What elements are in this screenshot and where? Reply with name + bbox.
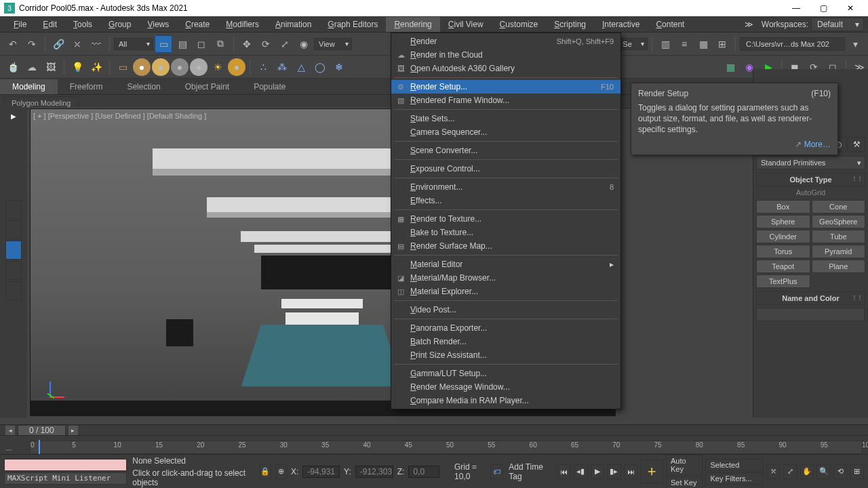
menu-content[interactable]: Content bbox=[648, 17, 692, 32]
lock-icon[interactable]: 🔒 bbox=[260, 464, 271, 479]
menu-item-state-sets[interactable]: State Sets... bbox=[391, 112, 620, 125]
menu-graph-editors[interactable]: Graph Editors bbox=[319, 17, 386, 32]
z-field[interactable]: 0,0 bbox=[408, 466, 439, 478]
gallery-icon[interactable]: 🖼 bbox=[42, 58, 60, 76]
add-time-tag[interactable]: Add Time Tag bbox=[509, 462, 551, 481]
primitive-textplus[interactable]: TextPlus bbox=[756, 274, 810, 288]
next-frame-icon[interactable]: ▮▸ bbox=[607, 464, 621, 479]
move-icon[interactable]: ✥ bbox=[238, 35, 256, 53]
menu-item-render-setup[interactable]: ⚙Render Setup...F10 bbox=[391, 80, 620, 94]
maximize-button[interactable]: ▢ bbox=[810, 0, 837, 16]
workspaces-dropdown[interactable]: Default bbox=[811, 18, 864, 31]
menu-scripting[interactable]: Scripting bbox=[546, 17, 594, 32]
bind-icon[interactable]: 〰 bbox=[87, 35, 105, 53]
ribbon-tab-modeling[interactable]: Modeling bbox=[0, 79, 58, 94]
time-slider[interactable]: 0 / 100 bbox=[18, 425, 66, 436]
ribbon-tab-freeform[interactable]: Freeform bbox=[58, 79, 115, 94]
redo-icon[interactable]: ↷ bbox=[23, 35, 41, 53]
slot-4[interactable] bbox=[5, 261, 22, 280]
menu-modifiers[interactable]: Modifiers bbox=[218, 17, 267, 32]
menu-item-batch-render[interactable]: Batch Render... bbox=[391, 335, 620, 348]
render-setup-icon[interactable]: ▦ bbox=[722, 58, 739, 76]
select-object-icon[interactable]: ▭ bbox=[155, 35, 172, 53]
y-field[interactable]: -912,303 bbox=[355, 466, 393, 478]
menu-item-render-in-the-cloud[interactable]: ☁Render in the Cloud bbox=[391, 48, 620, 62]
key-filters-button[interactable]: Key Filters... bbox=[705, 472, 764, 485]
menu-rendering[interactable]: Rendering bbox=[386, 17, 439, 32]
timetag-icon[interactable]: 🏷 bbox=[490, 464, 503, 479]
menu-item-material-map-browser[interactable]: ◪Material/Map Browser... bbox=[391, 271, 620, 285]
light1-icon[interactable]: 💡 bbox=[68, 58, 86, 76]
menu-file[interactable]: File bbox=[5, 17, 35, 32]
menu-edit[interactable]: Edit bbox=[35, 17, 65, 32]
rect-select-icon[interactable]: ◻ bbox=[193, 35, 210, 53]
minimize-button[interactable]: — bbox=[783, 0, 810, 16]
autogrid-check[interactable]: AutoGrid bbox=[756, 186, 865, 199]
listener-input[interactable]: MAXScript Mini Listener bbox=[4, 472, 127, 485]
menu-overflow[interactable]: ≫ bbox=[736, 17, 762, 32]
menu-item-scene-converter[interactable]: Scene Converter... bbox=[391, 144, 620, 157]
autokey-button[interactable]: Auto Key bbox=[666, 455, 703, 475]
ribbon-tab-populate[interactable]: Populate bbox=[241, 79, 298, 94]
listener-output[interactable] bbox=[4, 459, 127, 471]
menu-item-video-post[interactable]: Video Post... bbox=[391, 303, 620, 317]
prev-frame-icon[interactable]: ◂▮ bbox=[574, 464, 588, 479]
mat6-icon[interactable]: ● bbox=[228, 58, 245, 76]
particles1-icon[interactable]: ∴ bbox=[254, 58, 272, 76]
curve-editor-icon[interactable]: ▦ bbox=[694, 35, 712, 53]
sphere-icon[interactable]: ◯ bbox=[311, 58, 329, 76]
menu-create[interactable]: Create bbox=[177, 17, 218, 32]
trackbar-left[interactable]: ◂ bbox=[5, 426, 15, 435]
selection-filter[interactable]: All bbox=[114, 38, 153, 50]
slot-3[interactable] bbox=[5, 241, 22, 260]
key-filter-combo[interactable]: Selected bbox=[705, 459, 764, 471]
project-path[interactable]: C:\Users\vr…ds Max 202 bbox=[740, 37, 845, 51]
slot-2[interactable] bbox=[5, 220, 22, 239]
timeline[interactable]: 〰 05101520253035404550556065707580859095… bbox=[0, 435, 868, 454]
menu-item-material-explorer[interactable]: ◫Material Explorer... bbox=[391, 285, 620, 298]
object-name-input[interactable] bbox=[756, 308, 865, 321]
ref-coord[interactable]: View bbox=[314, 38, 352, 50]
name-color-rollout[interactable]: Name and Color bbox=[756, 291, 865, 305]
menu-item-bake-to-texture[interactable]: Bake to Texture... bbox=[391, 226, 620, 239]
mat3-icon[interactable]: ● bbox=[152, 58, 170, 76]
close-button[interactable]: ✕ bbox=[837, 0, 864, 16]
cloud-icon[interactable]: ☁ bbox=[23, 58, 41, 76]
timeline-track-icon[interactable]: 〰 bbox=[0, 447, 24, 454]
mat1-icon[interactable]: ▭ bbox=[114, 58, 132, 76]
crystal-icon[interactable]: ❄ bbox=[330, 58, 348, 76]
sun-icon[interactable]: ☀ bbox=[209, 58, 226, 76]
nav1-icon[interactable]: ⤱ bbox=[766, 464, 781, 479]
menu-civil-view[interactable]: Civil View bbox=[440, 17, 492, 32]
menu-group[interactable]: Group bbox=[100, 17, 139, 32]
menu-views[interactable]: Views bbox=[139, 17, 177, 32]
x-field[interactable]: -94,931 bbox=[302, 466, 340, 478]
goto-end-icon[interactable]: ⏭ bbox=[624, 464, 638, 479]
undo-icon[interactable]: ↶ bbox=[4, 35, 22, 53]
rotate-icon[interactable]: ⟳ bbox=[257, 35, 275, 53]
toggle1-icon[interactable]: ▥ bbox=[656, 35, 674, 53]
ribbon-tab-object-paint[interactable]: Object Paint bbox=[173, 79, 241, 94]
select-name-icon[interactable]: ▤ bbox=[174, 35, 191, 53]
mat5-icon[interactable]: ● bbox=[190, 58, 208, 76]
util-tab-icon[interactable]: ⚒ bbox=[848, 137, 865, 152]
primitive-teapot[interactable]: Teapot bbox=[756, 260, 810, 273]
primitive-plane[interactable]: Plane bbox=[812, 260, 866, 273]
menu-item-panorama-exporter[interactable]: Panorama Exporter... bbox=[391, 321, 620, 335]
schematic-icon[interactable]: ⊞ bbox=[713, 35, 731, 53]
expand-icon[interactable]: ▶ bbox=[8, 110, 19, 123]
layer-icon[interactable]: ≡ bbox=[675, 35, 693, 53]
menu-item-render-to-texture[interactable]: ▦Render to Texture... bbox=[391, 212, 620, 226]
primitive-geosphere[interactable]: GeoSphere bbox=[812, 215, 866, 228]
nav3-icon[interactable]: ✋ bbox=[800, 464, 814, 479]
goto-start-icon[interactable]: ⏮ bbox=[557, 464, 571, 479]
slot-1[interactable] bbox=[5, 200, 22, 219]
primitive-box[interactable]: Box bbox=[756, 200, 810, 214]
menu-animation[interactable]: Animation bbox=[267, 17, 319, 32]
object-type-rollout[interactable]: Object Type bbox=[756, 173, 865, 186]
ribbon-tab-selection[interactable]: Selection bbox=[115, 79, 172, 94]
nav6-icon[interactable]: ⊞ bbox=[850, 464, 864, 479]
primitive-pyramid[interactable]: Pyramid bbox=[812, 245, 866, 258]
mat4-icon[interactable]: ● bbox=[171, 58, 189, 76]
scale-icon[interactable]: ⤢ bbox=[276, 35, 294, 53]
